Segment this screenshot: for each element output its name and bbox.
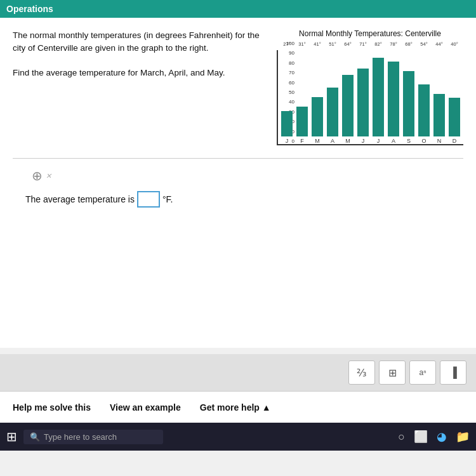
taskbar-desktop-icon[interactable]: ⬜ xyxy=(414,430,428,444)
format-button-2[interactable]: ⊞ xyxy=(379,360,406,385)
format-button-4[interactable]: ▐ xyxy=(440,360,466,385)
bar-feb: 31° F xyxy=(294,50,310,144)
bar-sep: 68° S xyxy=(401,50,416,144)
more-icon: ▐ xyxy=(449,367,456,378)
help-bar: Help me solve this View an example Get m… xyxy=(0,391,476,423)
problem-text-area: The normal monthly temperatures (in degr… xyxy=(13,29,264,145)
bottom-toolbar: ⅔ ⊞ aⁿ ▐ xyxy=(0,354,476,391)
bar-aug: 78° A xyxy=(386,50,401,144)
taskbar-search-icon: 🔍 xyxy=(30,432,40,442)
taskbar-search-placeholder: Type here to search xyxy=(44,432,117,442)
taskbar: ⊞ 🔍 Type here to search ○ ⬜ ◕ 📁 xyxy=(0,423,476,451)
move-icon-area: ⊕ ✕ xyxy=(32,168,463,183)
chart-container: Normal Monthly Temperatures: Centerville… xyxy=(277,29,463,145)
chart-title: Normal Monthly Temperatures: Centerville xyxy=(277,29,463,38)
bar-apr: 51° A xyxy=(325,50,340,144)
content-area: The normal monthly temperatures (in degr… xyxy=(0,18,476,348)
top-bar: Operations xyxy=(0,0,476,18)
bar-oct: 54° O xyxy=(416,50,432,144)
problem-description: The normal monthly temperatures (in degr… xyxy=(13,29,264,55)
answer-section: The average temperature is °F. xyxy=(25,191,463,208)
matrix-icon: ⊞ xyxy=(388,367,397,379)
format-button-1[interactable]: ⅔ xyxy=(348,360,375,385)
problem-question: Find the average temperature for March, … xyxy=(13,67,264,79)
taskbar-search-area[interactable]: 🔍 Type here to search xyxy=(23,430,163,444)
bar-jun: 71° J xyxy=(355,50,371,144)
main-container: Operations The normal monthly temperatur… xyxy=(0,0,476,476)
answer-label: The average temperature is xyxy=(25,194,135,204)
move-icon[interactable]: ⊕ xyxy=(32,168,43,183)
bar-mar: 41° M xyxy=(310,50,325,144)
view-example-link[interactable]: View an example xyxy=(110,402,181,413)
get-more-help-link[interactable]: Get more help ▲ xyxy=(200,402,271,413)
bar-nov: 44° N xyxy=(432,50,447,144)
divider xyxy=(13,158,463,159)
answer-input[interactable] xyxy=(137,191,160,208)
chart-area: 0 10 20 30 40 50 60 70 80 90 100 xyxy=(277,41,463,145)
help-me-solve-link[interactable]: Help me solve this xyxy=(13,402,91,413)
fraction-icon: ⅔ xyxy=(357,367,367,379)
drag-hint: ✕ xyxy=(46,172,51,180)
superscript-icon: aⁿ xyxy=(419,368,426,377)
windows-start-button[interactable]: ⊞ xyxy=(6,429,17,444)
bar-dec: 40° D xyxy=(447,50,462,144)
taskbar-folder-icon[interactable]: 📁 xyxy=(456,430,470,444)
top-bar-title: Operations xyxy=(6,4,53,14)
bar-jul: 82° J xyxy=(371,50,386,144)
taskbar-right: ○ ⬜ ◕ 📁 xyxy=(398,430,470,444)
taskbar-circle-icon[interactable]: ○ xyxy=(398,430,405,444)
bar-may: 64° M xyxy=(340,50,355,144)
bars-area: 27° J 31° F 41° xyxy=(277,50,463,145)
problem-section: The normal monthly temperatures (in degr… xyxy=(13,29,463,145)
bar-jan: 27° J xyxy=(279,50,294,144)
taskbar-edge-icon[interactable]: ◕ xyxy=(437,430,447,444)
degree-unit: °F. xyxy=(162,194,173,204)
format-button-3[interactable]: aⁿ xyxy=(409,360,436,385)
